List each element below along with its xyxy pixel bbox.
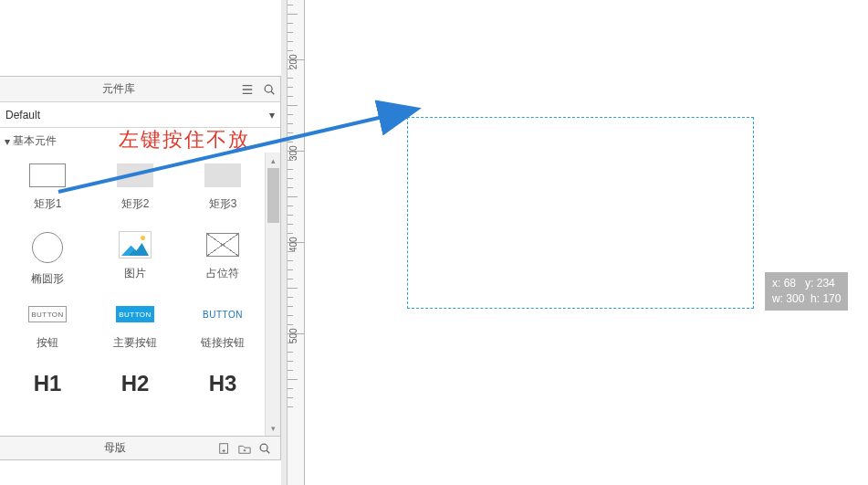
search-icon[interactable] (258, 79, 280, 100)
widget-label: 主要按钮 (113, 335, 157, 351)
search-footer-icon[interactable] (255, 438, 275, 459)
svg-point-0 (265, 85, 272, 92)
annotation-text: 左键按住不放 (119, 126, 250, 153)
widget-label: 图片 (124, 266, 146, 281)
widget-item[interactable]: 矩形1 (4, 158, 91, 227)
widget-item[interactable]: H2 (91, 366, 179, 436)
widget-label: 椭圆形 (31, 271, 64, 287)
scroll-down-icon[interactable]: ▾ (266, 420, 280, 436)
widget-thumb: BUTTON (203, 300, 243, 328)
widget-thumb (27, 231, 68, 264)
widget-item[interactable]: 椭圆形 (4, 227, 91, 297)
widget-label: 矩形1 (34, 196, 62, 212)
library-select[interactable]: Default ▾ (0, 102, 280, 128)
widget-thumb: H2 (115, 370, 155, 397)
widget-thumb (203, 162, 243, 189)
widget-item[interactable]: 矩形3 (179, 158, 267, 227)
drag-rectangle[interactable] (407, 117, 754, 309)
widget-item[interactable]: H1 (4, 366, 91, 436)
widget-thumb: BUTTON (27, 300, 68, 328)
panel-scrollbar[interactable]: ▴ ▾ (265, 153, 280, 436)
menu-icon[interactable] (236, 79, 258, 100)
group-label: 基本元件 (13, 133, 57, 149)
widget-thumb (115, 231, 155, 258)
scrollbar-thumb[interactable] (267, 168, 279, 223)
widget-item[interactable]: BUTTON主要按钮 (91, 297, 179, 366)
widget-item[interactable]: 图片 (91, 227, 179, 297)
caret-down-icon: ▾ (2, 135, 13, 148)
widget-thumb: H3 (203, 370, 243, 397)
widget-thumb: H1 (27, 370, 68, 397)
canvas[interactable]: x: 68 y: 234 w: 300 h: 170 (305, 0, 868, 485)
widget-thumb (27, 162, 68, 189)
widget-group-header[interactable]: ▾ 基本元件 左键按住不放 (0, 128, 280, 153)
ruler-tick-label: 300 (288, 145, 298, 161)
widget-item[interactable]: 占位符 (179, 227, 267, 297)
add-folder-icon[interactable] (235, 438, 255, 459)
scroll-up-icon[interactable]: ▴ (266, 153, 280, 168)
ruler-tick-label: 200 (288, 54, 298, 69)
ruler-tick-label: 400 (288, 237, 298, 252)
widget-label: 链接按钮 (201, 335, 245, 351)
add-page-icon[interactable] (214, 438, 235, 459)
svg-point-2 (260, 444, 267, 451)
widget-item[interactable]: BUTTON链接按钮 (179, 297, 267, 366)
panel-footer: 母版 (0, 436, 280, 459)
widget-label: 按钮 (37, 335, 58, 351)
widget-label: 矩形2 (121, 196, 150, 212)
panel-header: 元件库 (0, 77, 280, 102)
footer-title: 母版 (15, 440, 214, 456)
widget-item[interactable]: BUTTON按钮 (4, 297, 91, 366)
vertical-ruler: 200300400500 (288, 0, 305, 485)
chevron-down-icon: ▾ (269, 109, 275, 121)
coord-readout: x: 68 y: 234 w: 300 h: 170 (765, 272, 848, 311)
widget-thumb (203, 231, 243, 258)
widget-item[interactable]: 矩形2 (91, 158, 179, 227)
library-select-value: Default (5, 109, 269, 121)
widget-item[interactable]: H3 (179, 366, 267, 436)
widget-label: 占位符 (206, 266, 239, 281)
panel-title: 元件库 (0, 81, 236, 97)
panel-divider[interactable] (281, 0, 288, 485)
widget-thumb (115, 162, 155, 189)
widget-thumb: BUTTON (115, 300, 155, 328)
ruler-tick-label: 500 (288, 328, 298, 343)
widget-label: 矩形3 (209, 196, 237, 212)
